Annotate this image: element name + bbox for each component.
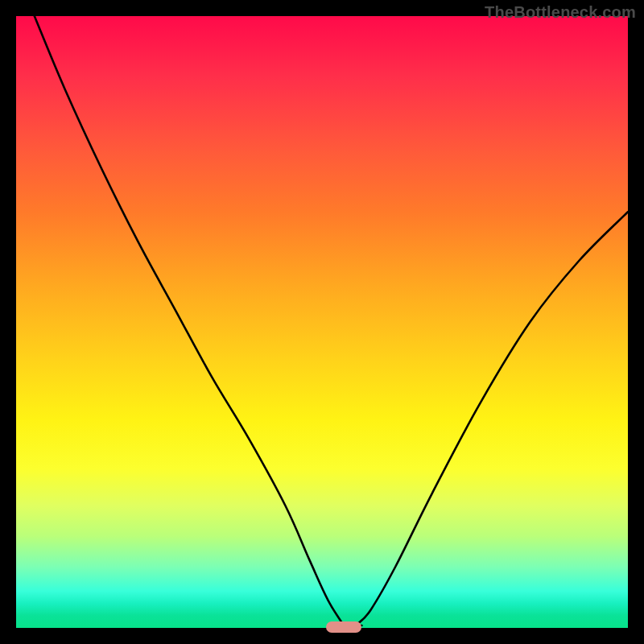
watermark-text: TheBottleneck.com <box>485 3 636 22</box>
curve-right-branch <box>359 212 628 623</box>
chart-frame: TheBottleneck.com <box>0 0 644 644</box>
bottleneck-curve <box>16 16 628 628</box>
plot-area <box>16 16 628 628</box>
curve-left-branch <box>35 16 344 625</box>
optimal-point-marker <box>326 621 361 633</box>
